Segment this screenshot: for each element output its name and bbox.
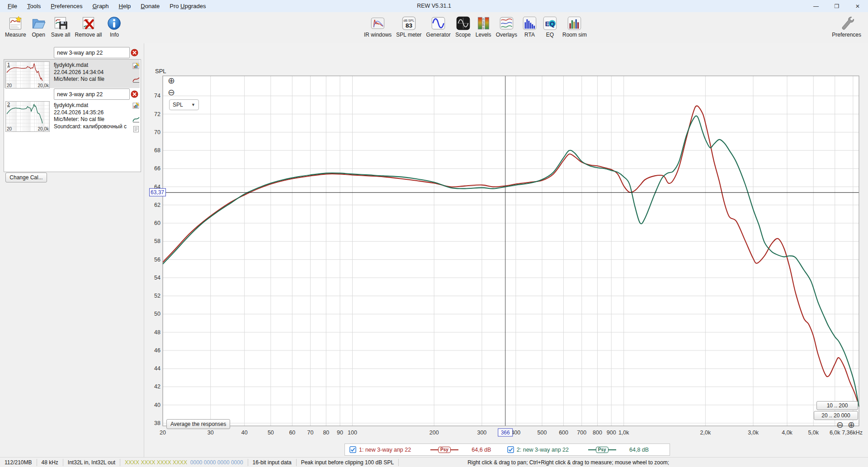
- generator-button[interactable]: Generator: [424, 13, 453, 38]
- y-zoom-out-button[interactable]: ⊖: [166, 88, 176, 98]
- eq-button[interactable]: EQEQ: [540, 13, 560, 38]
- menu-donate[interactable]: Donate: [136, 0, 165, 12]
- freq-range-10-200-button[interactable]: 10 .. 200: [816, 401, 858, 410]
- remove-all-label: Remove all: [75, 32, 102, 38]
- change-cal-button[interactable]: Change Cal...: [5, 173, 47, 182]
- remove-all-button[interactable]: Remove all: [72, 13, 104, 38]
- legend-checkbox[interactable]: [349, 446, 356, 453]
- y-zoom-in-button[interactable]: ⊕: [166, 76, 176, 86]
- menu-graph[interactable]: Graph: [87, 0, 113, 12]
- legend-line: Psy: [430, 447, 458, 453]
- measure-icon: [8, 14, 24, 32]
- remove-measurement-icon[interactable]: [131, 49, 138, 56]
- y-tick-label: 52: [154, 293, 160, 299]
- y-tick-label: 40: [154, 402, 160, 408]
- menu-tools[interactable]: Tools: [22, 0, 46, 12]
- graph-edit-icon[interactable]: [132, 102, 140, 109]
- overlays-label: Overlays: [496, 32, 517, 38]
- overlays-icon: [499, 14, 514, 32]
- spl-chart[interactable]: 3840424446485052545658606264666870727420…: [149, 66, 868, 456]
- notes-icon[interactable]: [132, 126, 140, 133]
- menu-file[interactable]: File: [3, 0, 22, 12]
- status-hint: Right click & drag to pan; Ctrl+Right cl…: [463, 459, 674, 466]
- menu-help[interactable]: Help: [114, 0, 136, 12]
- x-tick-label: 60: [289, 430, 295, 436]
- x-tick-label: 30: [208, 430, 214, 436]
- freq-range-full-button[interactable]: 20 .. 20 000: [814, 411, 858, 420]
- x-tick-label: 7,36kHz: [842, 430, 863, 436]
- y-tick-label: 68: [154, 147, 160, 154]
- y-tick-label: 72: [154, 111, 160, 117]
- menu-bar: FileToolsPreferencesGraphHelpDonatePro U…: [3, 0, 211, 12]
- x-tick-label: 100: [348, 430, 357, 436]
- room-sim-button[interactable]: Room sim: [560, 13, 589, 38]
- status-input-bits: XXXX XXXX XXXX XXXX 0000 0000 0000 0000: [120, 459, 248, 466]
- x-zoom-in-button[interactable]: ⊕: [846, 420, 856, 430]
- x-tick-label: 70: [307, 430, 314, 436]
- x-tick-label: 200: [429, 430, 439, 436]
- measurement-number: 1: [7, 62, 10, 67]
- y-tick-label: 56: [154, 257, 160, 263]
- svg-text:83: 83: [406, 22, 413, 29]
- eq-icon: EQ: [542, 14, 558, 32]
- trace-icon[interactable]: [132, 116, 140, 123]
- room-sim-icon: [566, 14, 582, 32]
- legend-value: 64,6 dB: [462, 447, 501, 453]
- measurement-name-input[interactable]: [54, 89, 130, 100]
- y-axis-dropdown[interactable]: SPL ▼: [169, 99, 199, 110]
- measurement-thumbnail[interactable]: 22020,0k: [5, 101, 50, 132]
- scope-button[interactable]: Scope: [453, 13, 473, 38]
- legend-checkbox[interactable]: [507, 446, 514, 453]
- y-tick-label: 44: [154, 365, 160, 372]
- rta-button[interactable]: RTA: [519, 13, 540, 38]
- save-all-button[interactable]: Save all: [49, 13, 73, 38]
- info-label: Info: [110, 32, 119, 38]
- x-zoom-out-button[interactable]: ⊖: [835, 420, 845, 430]
- y-tick-label: 48: [154, 329, 160, 336]
- psy-badge[interactable]: Psy: [596, 447, 609, 453]
- legend-line: Psy: [588, 447, 616, 453]
- psy-badge[interactable]: Psy: [438, 447, 451, 453]
- menu-preferences[interactable]: Preferences: [46, 0, 87, 12]
- measurement-file: fjydyktyk.mdat: [54, 62, 132, 68]
- graph-edit-icon[interactable]: [132, 62, 140, 70]
- rew-window: FileToolsPreferencesGraphHelpDonatePro U…: [0, 0, 868, 467]
- average-responses-button[interactable]: Average the responses: [166, 419, 230, 429]
- rta-label: RTA: [524, 32, 535, 38]
- x-tick-label: 800: [593, 430, 602, 436]
- open-button[interactable]: Open: [28, 13, 49, 38]
- thumb-freq-min: 20: [7, 83, 12, 88]
- info-button[interactable]: Info: [104, 13, 124, 38]
- ir-windows-label: IR windows: [364, 32, 392, 38]
- y-tick-label: 62: [154, 202, 160, 208]
- levels-button[interactable]: 0369Levels: [473, 13, 494, 38]
- spl-meter-label: SPL meter: [396, 32, 421, 38]
- remove-measurement-icon[interactable]: [131, 90, 138, 98]
- status-bits-x: XXXX XXXX XXXX XXXX: [125, 459, 187, 466]
- status-input-data: 16-bit input data: [248, 459, 297, 466]
- info-icon: [106, 14, 122, 32]
- preferences-button[interactable]: Preferences: [830, 13, 863, 38]
- measurement-name-input[interactable]: [54, 47, 130, 58]
- x-tick-label: 80: [323, 430, 329, 436]
- ir-windows-button[interactable]: IR windows: [362, 13, 394, 38]
- open-label: Open: [32, 32, 45, 38]
- ir-windows-icon: [370, 14, 386, 32]
- toolbar-center-group: IR windowsdB SPL83SPL meterGeneratorScop…: [362, 13, 589, 38]
- measurement-thumbnail[interactable]: 12020,0k: [5, 61, 50, 89]
- measure-button[interactable]: Measure: [3, 13, 28, 38]
- close-button[interactable]: ✕: [847, 0, 868, 12]
- restore-button[interactable]: ❐: [826, 0, 847, 12]
- overlays-button[interactable]: Overlays: [494, 13, 519, 38]
- minimize-button[interactable]: —: [806, 0, 826, 12]
- open-icon: [31, 14, 47, 32]
- measurement-soundcard: Soundcard: калибровочный с: [54, 123, 132, 130]
- x-tick-label: 1,0k: [618, 430, 629, 436]
- spl-meter-button[interactable]: dB SPL83SPL meter: [394, 13, 424, 38]
- trace-icon[interactable]: [132, 76, 140, 83]
- y-tick-label: 50: [154, 311, 160, 317]
- x-tick-label: 2,0k: [700, 430, 711, 436]
- x-tick-label: 6,0k: [830, 430, 840, 436]
- levels-icon: 0369: [476, 14, 491, 32]
- menu-pro-upgrades[interactable]: Pro Upgrades: [165, 0, 211, 12]
